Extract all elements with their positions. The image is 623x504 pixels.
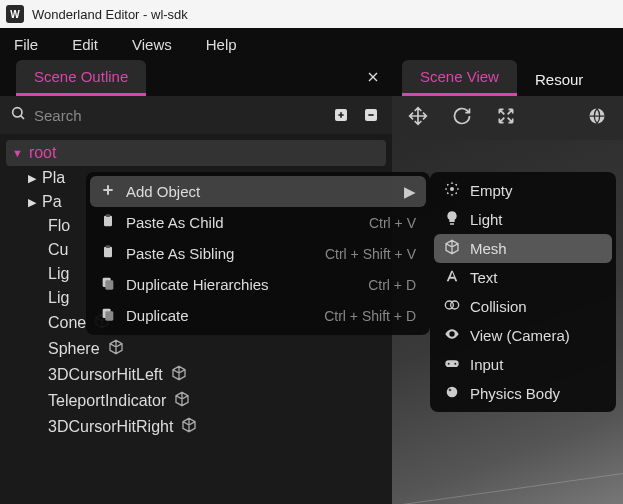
tree-item[interactable]: Sphere bbox=[0, 336, 392, 362]
svg-rect-9 bbox=[105, 280, 113, 289]
menu-edit[interactable]: Edit bbox=[64, 32, 106, 57]
tree-label: 3DCursorHitRight bbox=[48, 418, 173, 436]
ctx-duplicate[interactable]: Duplicate Ctrl + Shift + D bbox=[90, 300, 426, 331]
sub-view-camera[interactable]: View (Camera) bbox=[434, 321, 612, 350]
ctx-shortcut: Ctrl + Shift + V bbox=[325, 246, 416, 262]
sub-empty[interactable]: Empty bbox=[434, 176, 612, 205]
ctx-add-object[interactable]: Add Object ▶ bbox=[90, 176, 426, 207]
tree-item[interactable]: 3DCursorHitLeft bbox=[0, 362, 392, 388]
tab-resources[interactable]: Resour bbox=[517, 63, 601, 96]
ctx-duplicate-hierarchies[interactable]: Duplicate Hierarchies Ctrl + D bbox=[90, 269, 426, 300]
svg-point-19 bbox=[449, 389, 452, 392]
tree-label: TeleportIndicator bbox=[48, 392, 166, 410]
close-tab-button[interactable] bbox=[362, 66, 384, 88]
globe-tool[interactable] bbox=[587, 106, 607, 130]
bulb-icon bbox=[444, 210, 462, 229]
sub-label: Physics Body bbox=[470, 385, 560, 402]
tree-label: Flo bbox=[48, 217, 70, 235]
tree-label: Pa bbox=[42, 193, 62, 211]
text-icon bbox=[444, 268, 462, 287]
gamepad-icon bbox=[444, 355, 462, 374]
add-button[interactable] bbox=[330, 104, 352, 126]
add-object-submenu: Empty Light Mesh Text Collision View (Ca… bbox=[430, 172, 616, 412]
expand-icon bbox=[496, 106, 516, 126]
sub-label: Mesh bbox=[470, 240, 507, 257]
sub-label: View (Camera) bbox=[470, 327, 570, 344]
plus-square-icon bbox=[333, 107, 349, 123]
ctx-shortcut: Ctrl + V bbox=[369, 215, 416, 231]
expand-tool[interactable] bbox=[496, 106, 516, 130]
cube-icon bbox=[181, 417, 197, 437]
cube-icon bbox=[174, 391, 190, 411]
chevron-right-icon: ▶ bbox=[28, 172, 36, 185]
chevron-right-icon: ▶ bbox=[28, 196, 36, 209]
sub-input[interactable]: Input bbox=[434, 350, 612, 379]
search-input[interactable] bbox=[34, 107, 322, 124]
cube-icon bbox=[444, 239, 462, 258]
ctx-shortcut: Ctrl + Shift + D bbox=[324, 308, 416, 324]
svg-point-17 bbox=[454, 363, 456, 365]
remove-button[interactable] bbox=[360, 104, 382, 126]
tree-label: 3DCursorHitLeft bbox=[48, 366, 163, 384]
ctx-label: Paste As Sibling bbox=[126, 245, 325, 262]
svg-point-18 bbox=[447, 387, 458, 398]
move-icon bbox=[408, 106, 428, 126]
tree-item[interactable]: TeleportIndicator bbox=[0, 388, 392, 414]
ctx-paste-as-sibling[interactable]: Paste As Sibling Ctrl + Shift + V bbox=[90, 238, 426, 269]
refresh-icon bbox=[452, 106, 472, 126]
globe-icon bbox=[587, 106, 607, 126]
svg-rect-4 bbox=[104, 216, 112, 227]
window-title: Wonderland Editor - wl-sdk bbox=[32, 7, 188, 22]
svg-rect-7 bbox=[106, 245, 110, 248]
sub-label: Input bbox=[470, 356, 503, 373]
sub-collision[interactable]: Collision bbox=[434, 292, 612, 321]
sub-mesh[interactable]: Mesh bbox=[434, 234, 612, 263]
tree-label: Lig bbox=[48, 265, 69, 283]
cube-icon bbox=[171, 365, 187, 385]
svg-rect-5 bbox=[106, 214, 110, 217]
paste-icon bbox=[100, 244, 120, 263]
menu-help[interactable]: Help bbox=[198, 32, 245, 57]
sub-text[interactable]: Text bbox=[434, 263, 612, 292]
tab-scene-view[interactable]: Scene View bbox=[402, 60, 517, 96]
sub-physics-body[interactable]: Physics Body bbox=[434, 379, 612, 408]
ctx-label: Duplicate bbox=[126, 307, 324, 324]
search-row bbox=[0, 96, 392, 134]
tab-label: Scene View bbox=[420, 68, 499, 85]
menu-views[interactable]: Views bbox=[124, 32, 180, 57]
tree-item[interactable]: 3DCursorHitRight bbox=[0, 414, 392, 440]
ctx-label: Add Object bbox=[126, 183, 404, 200]
tree-root[interactable]: ▼ root bbox=[6, 140, 386, 166]
paste-icon bbox=[100, 213, 120, 232]
ctx-paste-as-child[interactable]: Paste As Child Ctrl + V bbox=[90, 207, 426, 238]
svg-point-16 bbox=[448, 363, 450, 365]
refresh-tool[interactable] bbox=[452, 106, 472, 130]
copy-icon bbox=[100, 306, 120, 325]
sub-label: Light bbox=[470, 211, 503, 228]
ctx-label: Duplicate Hierarchies bbox=[126, 276, 368, 293]
svg-rect-6 bbox=[104, 247, 112, 258]
minus-square-icon bbox=[363, 107, 379, 123]
left-tab-strip: Scene Outline bbox=[0, 60, 392, 96]
tree-label: Cone bbox=[48, 314, 86, 332]
collision-icon bbox=[444, 297, 462, 316]
right-tab-strip: Scene View Resour bbox=[392, 60, 623, 96]
gear-icon bbox=[444, 181, 462, 200]
physics-icon bbox=[444, 384, 462, 403]
copy-icon bbox=[100, 275, 120, 294]
search-icon bbox=[10, 105, 26, 125]
svg-point-14 bbox=[451, 301, 459, 309]
svg-point-12 bbox=[450, 187, 454, 191]
menu-bar: File Edit Views Help bbox=[0, 28, 623, 60]
svg-rect-15 bbox=[445, 360, 458, 367]
move-tool[interactable] bbox=[408, 106, 428, 130]
tab-scene-outline[interactable]: Scene Outline bbox=[16, 60, 146, 96]
sub-label: Text bbox=[470, 269, 498, 286]
sub-light[interactable]: Light bbox=[434, 205, 612, 234]
viewport-toolbar bbox=[392, 96, 623, 140]
svg-point-0 bbox=[13, 108, 22, 117]
menu-file[interactable]: File bbox=[6, 32, 46, 57]
svg-rect-11 bbox=[105, 311, 113, 320]
chevron-down-icon: ▼ bbox=[12, 147, 23, 159]
ctx-label: Paste As Child bbox=[126, 214, 369, 231]
